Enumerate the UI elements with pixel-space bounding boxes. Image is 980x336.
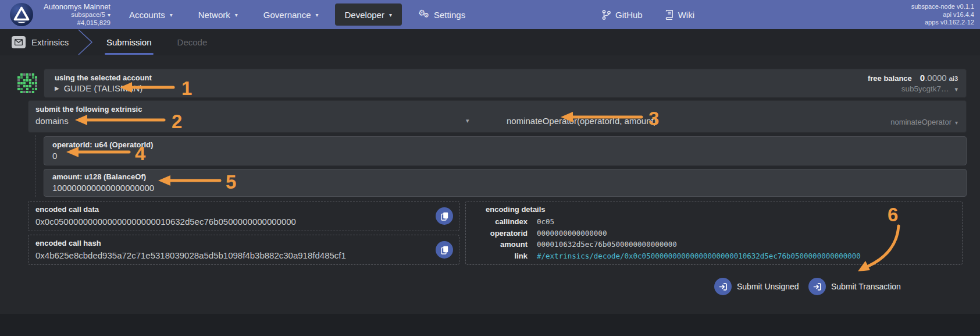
params-indent-guide (35, 135, 35, 197)
encoding-details-card: encoding details callindex 0c05 operator… (465, 201, 963, 265)
caret-down-icon[interactable]: ▾ (466, 117, 469, 125)
copy-call-data-button[interactable] (436, 207, 453, 225)
book-icon (665, 10, 673, 20)
encoded-call-hash-card: encoded call hash 0x4b625e8cbded935a72c7… (28, 235, 459, 265)
encoding-rows: callindex 0c05 operatorid 00000000000000… (466, 216, 962, 261)
encoding-row-operatorid: operatorid 0000000000000000 (466, 228, 962, 239)
encoding-details-title: encoding details (486, 205, 546, 214)
nav-governance[interactable]: Governance▾ (251, 0, 332, 29)
balance-frac: .0000 (925, 73, 947, 83)
section-dropdown[interactable]: domains (35, 116, 69, 126)
play-icon: ▶ (55, 85, 59, 91)
free-balance-label: free balance (868, 74, 912, 83)
autonomys-logo-icon (9, 2, 34, 27)
copy-icon (441, 246, 448, 254)
account-field-label: using the selected account (55, 73, 152, 82)
caret-down-icon: ▾ (954, 86, 958, 93)
caret-down-icon: ▾ (170, 12, 173, 18)
header-links: GitHub Wiki (602, 0, 694, 29)
copy-call-hash-button[interactable] (436, 241, 453, 259)
encoding-row-amount: amount 000010632d5ec76b0500000000000000 (466, 239, 962, 250)
version-info: subspace-node v0.1.1 api v16.4.4 apps v0… (911, 3, 974, 27)
network-name: Autonomys Mainnet (38, 3, 111, 10)
caret-down-icon: ▾ (955, 119, 958, 126)
github-link[interactable]: GitHub (602, 10, 643, 20)
chain-selector[interactable]: subspace/5▾ (38, 11, 111, 19)
apps-version: apps v0.162.2-12 (911, 19, 974, 27)
account-identicon (17, 73, 37, 93)
nav-developer[interactable]: Developer▾ (335, 3, 402, 26)
method-dropdown[interactable]: nominateOperator(operatorId, amount) (507, 116, 657, 126)
call-hash-label: encoded call hash (35, 239, 101, 247)
caret-down-icon: ▾ (235, 12, 238, 18)
breadcrumb-chevron (77, 29, 94, 55)
extrinsic-field-label: submit the following extrinsic (35, 105, 142, 114)
nav-settings[interactable]: ⚙⚙ Settings (405, 0, 478, 29)
caret-down-icon: ▾ (316, 12, 319, 18)
call-hash-value: 0x4b625e8cbded935a72c71e5318039028a5d5b1… (35, 250, 346, 260)
network-info: Autonomys Mainnet subspace/5▾ #4,015,829 (38, 3, 111, 27)
caret-down-icon: ▾ (108, 12, 111, 18)
method-selected[interactable]: nominateOperator▾ (890, 118, 958, 126)
gears-icon: ⚙⚙ (418, 9, 430, 20)
copy-icon (441, 212, 448, 221)
call-data-label: encoded call data (35, 205, 99, 214)
top-navbar: Autonomys Mainnet subspace/5▾ #4,015,829… (0, 0, 980, 29)
encoding-row-callindex: callindex 0c05 (466, 216, 962, 228)
account-select[interactable]: ▶ GUIDE (TALISMAN) (55, 83, 142, 93)
balance-block: free balance0.0000ai3 sub5ycgtk7…▾ (868, 73, 958, 94)
amount-input[interactable]: 100000000000000000000 (52, 183, 154, 193)
account-address-toggle[interactable]: sub5ycgtk7…▾ (868, 84, 958, 94)
code-branch-icon (602, 10, 611, 20)
sign-in-icon (808, 278, 826, 295)
api-version: api v16.4.4 (911, 11, 974, 19)
param-operator-id: operatorId: u64 (OperatorId) 0 (44, 136, 967, 165)
extrinsics-envelope-icon (12, 36, 26, 48)
account-address: sub5ycgtk7… (901, 84, 949, 93)
extrinsics-page: Autonomys Mainnet subspace/5▾ #4,015,829… (0, 0, 980, 336)
submit-transaction-button[interactable]: Submit Transaction (808, 278, 901, 295)
main-nav: Accounts▾ Network▾ Governance▾ Developer… (116, 0, 478, 29)
param-label: amount: u128 (BalanceOf) (52, 172, 146, 181)
param-label: operatorId: u64 (OperatorId) (52, 140, 153, 149)
page-footer (0, 314, 980, 336)
call-data-value: 0x0c050000000000000000000010632d5ec76b05… (35, 217, 296, 227)
node-version: subspace-node v0.1.1 (911, 3, 974, 11)
encoded-call-data-card: encoded call data 0x0c050000000000000000… (28, 201, 459, 231)
tab-bar: Extrinsics Submission Decode (0, 29, 980, 55)
param-amount: amount: u128 (BalanceOf) 100000000000000… (44, 169, 967, 197)
account-name: GUIDE (TALISMAN) (64, 83, 143, 93)
tab-submission[interactable]: Submission (106, 29, 152, 55)
account-card: using the selected account ▶ GUIDE (TALI… (44, 69, 967, 98)
encoding-row-link: link #/extrinsics/decode/0x0c05000000000… (466, 250, 962, 262)
nav-network[interactable]: Network▾ (186, 0, 251, 29)
tabs: Submission Decode (106, 29, 207, 55)
balance-int: 0 (920, 73, 925, 83)
balance-unit: ai3 (949, 75, 958, 82)
operator-id-input[interactable]: 0 (52, 151, 57, 161)
extrinsic-card: submit the following extrinsic domains ▾… (28, 100, 967, 133)
section-title: Extrinsics (31, 29, 69, 55)
wiki-link[interactable]: Wiki (665, 10, 694, 20)
block-number: #4,015,829 (38, 19, 111, 27)
submit-unsigned-button[interactable]: Submit Unsigned (714, 278, 799, 295)
caret-down-icon: ▾ (389, 12, 392, 18)
sign-in-icon (714, 278, 732, 295)
decode-link[interactable]: #/extrinsics/decode/0x0c0500000000000000… (537, 250, 861, 262)
nav-accounts[interactable]: Accounts▾ (116, 0, 186, 29)
tab-decode[interactable]: Decode (177, 29, 208, 55)
